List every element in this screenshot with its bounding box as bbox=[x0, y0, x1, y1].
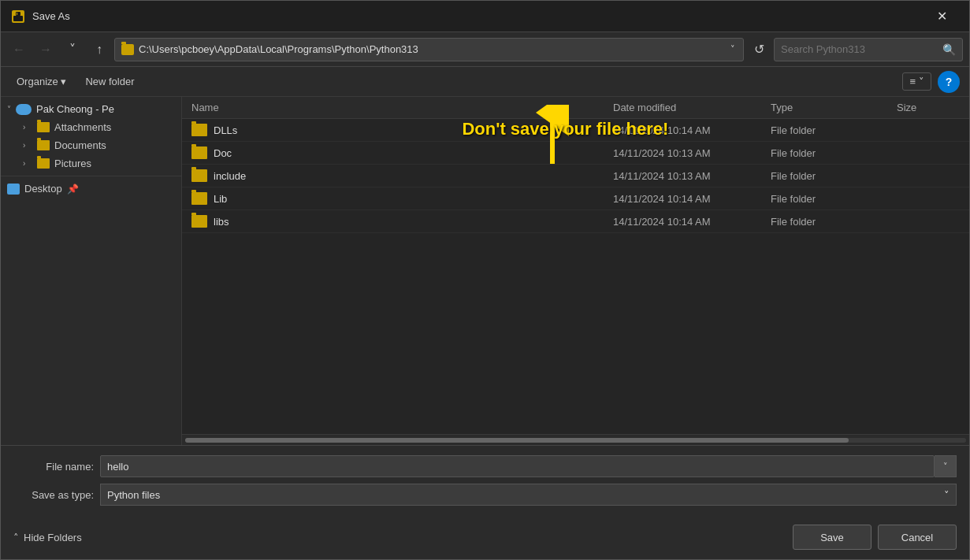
sidebar-root-label: Pak Cheong - Pe bbox=[36, 103, 114, 115]
file-date: 14/11/2024 10:14 AM bbox=[613, 216, 771, 228]
file-date: 14/11/2024 10:13 AM bbox=[613, 147, 771, 159]
address-bar: ˅ bbox=[114, 38, 744, 61]
hide-folders-chevron-icon: ˄ bbox=[13, 532, 19, 543]
expand-icon: › bbox=[23, 159, 32, 168]
svg-rect-3 bbox=[17, 13, 17, 15]
svg-rect-2 bbox=[16, 12, 20, 16]
file-name: Doc bbox=[214, 147, 613, 159]
main-content: ˅ Pak Cheong - Pe › Attachments › Docume… bbox=[1, 97, 969, 445]
view-button[interactable]: ≡ ˅ bbox=[902, 72, 931, 91]
table-row[interactable]: DLLs 14/11/2024 10:14 AM File folder bbox=[182, 119, 969, 142]
sidebar: ˅ Pak Cheong - Pe › Attachments › Docume… bbox=[1, 97, 182, 445]
col-size-header[interactable]: Size bbox=[897, 102, 960, 113]
dialog-icon bbox=[10, 9, 26, 24]
folder-icon bbox=[37, 158, 50, 169]
sidebar-item-documents[interactable]: › Documents bbox=[1, 136, 181, 154]
col-type-header[interactable]: Type bbox=[771, 102, 897, 113]
search-bar: 🔍 bbox=[774, 38, 963, 61]
file-type: File folder bbox=[771, 193, 897, 205]
file-type: File folder bbox=[771, 147, 897, 159]
table-row[interactable]: libs 14/11/2024 10:14 AM File folder bbox=[182, 210, 969, 233]
sidebar-item-desktop[interactable]: Desktop 📌 bbox=[1, 180, 181, 198]
col-name-header[interactable]: Name bbox=[191, 102, 613, 113]
save-type-row: Save as type: Python files ˅ bbox=[13, 484, 957, 506]
table-row[interactable]: Lib 14/11/2024 10:14 AM File folder bbox=[182, 187, 969, 210]
file-name: include bbox=[214, 170, 613, 182]
nav-bar: ← → ˅ ↑ ˅ ↺ 🔍 bbox=[1, 32, 969, 67]
file-date: 14/11/2024 10:14 AM bbox=[613, 124, 771, 136]
folder-icon bbox=[37, 122, 50, 132]
save-type-select[interactable]: Python files ˅ bbox=[100, 484, 957, 506]
folder-icon bbox=[191, 192, 207, 205]
scrollbar-thumb bbox=[185, 438, 849, 443]
save-button[interactable]: Save bbox=[793, 525, 872, 550]
file-name-row: File name: ˅ bbox=[13, 455, 957, 477]
folder-icon bbox=[37, 140, 50, 150]
back-button[interactable]: ← bbox=[7, 38, 31, 61]
hide-folders-label: Hide Folders bbox=[24, 532, 82, 543]
file-list-header: Name Date modified Type Size bbox=[182, 97, 969, 119]
action-buttons: Save Cancel bbox=[793, 525, 957, 550]
buttons-row: ˄ Hide Folders Save Cancel bbox=[13, 518, 957, 550]
expand-icon: › bbox=[23, 141, 32, 150]
dialog-title: Save As bbox=[32, 10, 924, 22]
address-dropdown-button[interactable]: ˅ bbox=[729, 43, 737, 56]
file-type: File folder bbox=[771, 124, 897, 136]
save-type-label: Save as type: bbox=[13, 489, 100, 501]
cloud-icon bbox=[16, 104, 32, 115]
svg-rect-1 bbox=[13, 16, 23, 21]
pin-icon: 📌 bbox=[67, 184, 79, 195]
file-name: libs bbox=[214, 216, 613, 228]
save-as-dialog: Save As ✕ ← → ˅ ↑ ˅ ↺ 🔍 Organize ▾ New f… bbox=[0, 0, 970, 560]
file-list: DLLs 14/11/2024 10:14 AM File folder Doc… bbox=[182, 119, 969, 434]
address-folder-icon bbox=[121, 44, 134, 55]
title-bar: Save As ✕ bbox=[1, 1, 969, 32]
sidebar-item-attachments[interactable]: › Attachments bbox=[1, 118, 181, 136]
address-input[interactable] bbox=[139, 43, 724, 55]
table-row[interactable]: Doc 14/11/2024 10:13 AM File folder bbox=[182, 142, 969, 165]
file-name: Lib bbox=[214, 193, 613, 205]
sidebar-item-label: Documents bbox=[54, 139, 106, 151]
new-folder-button[interactable]: New folder bbox=[79, 72, 140, 91]
folder-icon bbox=[191, 215, 207, 228]
file-name-input[interactable] bbox=[100, 455, 935, 477]
folder-icon bbox=[191, 169, 207, 182]
file-name: DLLs bbox=[214, 124, 613, 136]
cancel-button[interactable]: Cancel bbox=[878, 525, 957, 550]
organize-button[interactable]: Organize ▾ bbox=[10, 72, 72, 91]
save-type-value: Python files bbox=[107, 489, 160, 501]
refresh-button[interactable]: ↺ bbox=[747, 38, 771, 61]
file-date: 14/11/2024 10:14 AM bbox=[613, 193, 771, 205]
horizontal-scrollbar[interactable] bbox=[182, 434, 969, 445]
file-type: File folder bbox=[771, 216, 897, 228]
close-button[interactable]: ✕ bbox=[924, 4, 960, 29]
scrollbar-track bbox=[185, 438, 966, 443]
bottom-section: File name: ˅ Save as type: Python files … bbox=[1, 445, 969, 559]
toolbar: Organize ▾ New folder ≡ ˅ ? bbox=[1, 67, 969, 97]
col-date-header[interactable]: Date modified bbox=[613, 102, 771, 113]
hide-folders-button[interactable]: ˄ Hide Folders bbox=[13, 532, 82, 543]
search-button[interactable]: 🔍 bbox=[942, 43, 956, 56]
search-input[interactable] bbox=[781, 43, 938, 55]
sidebar-root-item[interactable]: ˅ Pak Cheong - Pe bbox=[1, 100, 181, 118]
save-type-chevron-icon: ˅ bbox=[944, 489, 950, 501]
expand-icon: › bbox=[23, 123, 32, 132]
root-chevron-icon: ˅ bbox=[7, 105, 11, 113]
file-date: 14/11/2024 10:13 AM bbox=[613, 170, 771, 182]
view-icon: ≡ bbox=[909, 76, 916, 87]
desktop-label: Desktop bbox=[24, 183, 62, 195]
folder-icon bbox=[191, 124, 207, 136]
dropdown-recent-button[interactable]: ˅ bbox=[61, 38, 84, 61]
view-dropdown-icon: ˅ bbox=[919, 76, 924, 87]
sidebar-item-label: Attachments bbox=[54, 121, 111, 133]
title-bar-controls: ✕ bbox=[924, 4, 960, 29]
folder-icon bbox=[191, 146, 207, 159]
desktop-icon bbox=[7, 184, 20, 195]
file-name-dropdown[interactable]: ˅ bbox=[935, 455, 957, 477]
table-row[interactable]: include 14/11/2024 10:13 AM File folder bbox=[182, 165, 969, 187]
forward-button[interactable]: → bbox=[34, 38, 58, 61]
sidebar-item-label: Pictures bbox=[54, 158, 91, 169]
up-button[interactable]: ↑ bbox=[87, 38, 111, 61]
help-button[interactable]: ? bbox=[938, 71, 960, 93]
sidebar-item-pictures[interactable]: › Pictures bbox=[1, 154, 181, 172]
